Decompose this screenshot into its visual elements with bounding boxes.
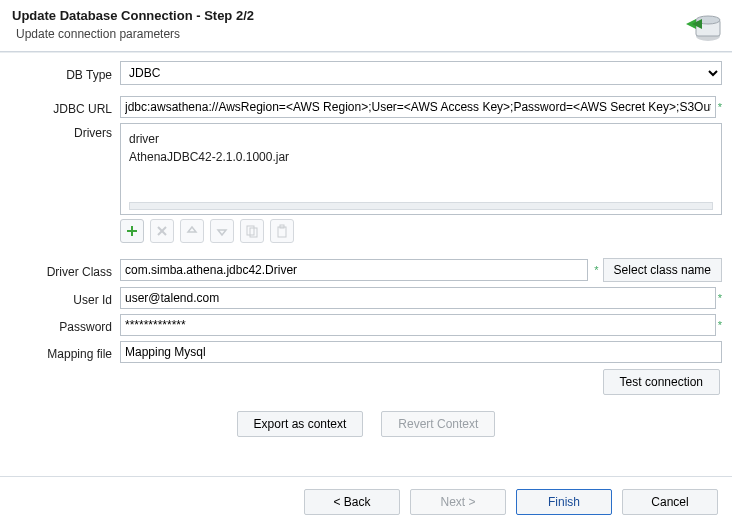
paste-icon bbox=[275, 224, 289, 238]
test-connection-button[interactable]: Test connection bbox=[603, 369, 720, 395]
back-button[interactable]: < Back bbox=[304, 489, 400, 515]
drivers-label: Drivers bbox=[10, 123, 120, 140]
password-input[interactable] bbox=[120, 314, 716, 336]
add-icon bbox=[125, 224, 139, 238]
required-marker: * bbox=[718, 292, 722, 304]
next-button[interactable]: Next > bbox=[410, 489, 506, 515]
db-type-label: DB Type bbox=[10, 65, 120, 82]
mapping-file-label: Mapping file bbox=[10, 344, 120, 361]
drivers-list[interactable]: driver AthenaJDBC42-2.1.0.1000.jar bbox=[120, 123, 722, 215]
delete-button[interactable] bbox=[150, 219, 174, 243]
driver-class-input[interactable] bbox=[120, 259, 588, 281]
cancel-button[interactable]: Cancel bbox=[622, 489, 718, 515]
drivers-column-header: driver bbox=[129, 130, 713, 148]
required-marker: * bbox=[718, 101, 722, 113]
arrow-down-icon bbox=[215, 224, 229, 238]
wizard-footer: < Back Next > Finish Cancel bbox=[0, 476, 732, 527]
jdbc-url-input[interactable] bbox=[120, 96, 716, 118]
wizard-subtitle: Update connection parameters bbox=[12, 27, 720, 41]
jdbc-url-label: JDBC URL bbox=[10, 99, 120, 116]
svg-rect-4 bbox=[127, 230, 137, 232]
driver-class-label: Driver Class bbox=[10, 262, 120, 279]
finish-button[interactable]: Finish bbox=[516, 489, 612, 515]
user-id-label: User Id bbox=[10, 290, 120, 307]
copy-icon bbox=[245, 224, 259, 238]
paste-button[interactable] bbox=[270, 219, 294, 243]
wizard-icon bbox=[682, 6, 722, 46]
required-marker: * bbox=[718, 319, 722, 331]
revert-context-button[interactable]: Revert Context bbox=[381, 411, 495, 437]
user-id-input[interactable] bbox=[120, 287, 716, 309]
move-up-button[interactable] bbox=[180, 219, 204, 243]
export-context-button[interactable]: Export as context bbox=[237, 411, 364, 437]
add-button[interactable] bbox=[120, 219, 144, 243]
arrow-up-icon bbox=[185, 224, 199, 238]
mapping-file-input[interactable] bbox=[120, 341, 722, 363]
required-marker: * bbox=[594, 264, 598, 276]
copy-button[interactable] bbox=[240, 219, 264, 243]
wizard-header: Update Database Connection - Step 2/2 Up… bbox=[0, 0, 732, 52]
driver-item[interactable]: AthenaJDBC42-2.1.0.1000.jar bbox=[129, 148, 713, 166]
scrollbar-horizontal[interactable] bbox=[129, 202, 713, 210]
drivers-toolbar bbox=[120, 219, 722, 243]
move-down-button[interactable] bbox=[210, 219, 234, 243]
wizard-title: Update Database Connection - Step 2/2 bbox=[12, 8, 720, 23]
delete-icon bbox=[155, 224, 169, 238]
password-label: Password bbox=[10, 317, 120, 334]
db-type-select[interactable]: JDBC bbox=[120, 61, 722, 85]
form-area: DB Type JDBC JDBC URL * Drivers driver A… bbox=[0, 52, 732, 437]
select-class-name-button[interactable]: Select class name bbox=[603, 258, 722, 282]
